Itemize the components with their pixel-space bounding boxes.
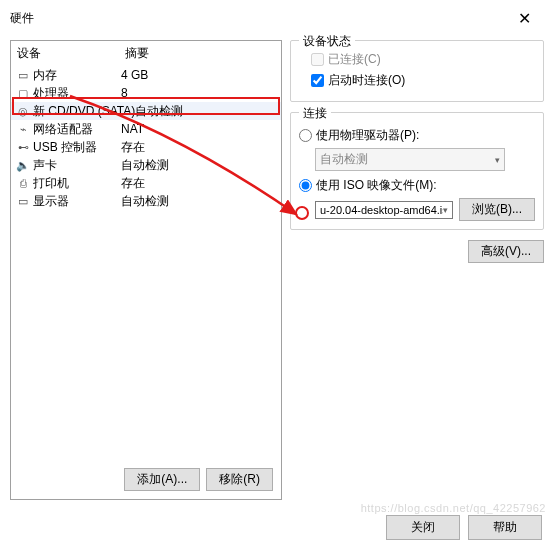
hw-row-sound[interactable]: 🔈 声卡 自动检测	[11, 156, 281, 174]
connection-group-title: 连接	[299, 105, 331, 122]
printer-icon: ⎙	[15, 177, 31, 189]
sound-icon: 🔈	[15, 159, 31, 172]
use-iso-radio[interactable]	[299, 179, 312, 192]
display-icon: ▭	[15, 195, 31, 208]
connected-label: 已连接(C)	[328, 51, 381, 68]
connect-on-power-checkbox[interactable]	[311, 74, 324, 87]
help-button[interactable]: 帮助	[468, 515, 542, 540]
use-physical-radio[interactable]	[299, 129, 312, 142]
cpu-icon: ▢	[15, 87, 31, 100]
chevron-down-icon[interactable]: ▾	[443, 205, 448, 215]
status-group-title: 设备状态	[299, 33, 355, 50]
use-iso-label: 使用 ISO 映像文件(M):	[316, 177, 437, 194]
browse-button[interactable]: 浏览(B)...	[459, 198, 535, 221]
connect-on-power-label: 启动时连接(O)	[328, 72, 405, 89]
chevron-down-icon: ▾	[495, 155, 500, 165]
add-hardware-button[interactable]: 添加(A)...	[124, 468, 200, 491]
window-close-button[interactable]: ✕	[504, 6, 544, 30]
hardware-list: 设备 摘要 ▭ 内存 4 GB ▢ 处理器 8 ◎ 新 CD/DVD (SATA…	[10, 40, 282, 500]
hw-row-cddvd[interactable]: ◎ 新 CD/DVD (SATA) 自动检测	[11, 102, 281, 120]
advanced-button[interactable]: 高级(V)...	[468, 240, 544, 263]
connection-group: 连接 使用物理驱动器(P): 自动检测 ▾ 使用 ISO 映像文件(M): u-…	[290, 112, 544, 230]
disc-icon: ◎	[15, 105, 31, 118]
col-summary: 摘要	[125, 45, 149, 62]
hardware-header: 设备 摘要	[11, 41, 281, 66]
watermark: https://blog.csdn.net/qq_42257962	[361, 502, 546, 514]
remove-hardware-button[interactable]: 移除(R)	[206, 468, 273, 491]
use-physical-label: 使用物理驱动器(P):	[316, 127, 419, 144]
hw-row-printer[interactable]: ⎙ 打印机 存在	[11, 174, 281, 192]
hw-row-processor[interactable]: ▢ 处理器 8	[11, 84, 281, 102]
hw-row-usb[interactable]: ⊷ USB 控制器 存在	[11, 138, 281, 156]
hw-row-network[interactable]: ⌁ 网络适配器 NAT	[11, 120, 281, 138]
usb-icon: ⊷	[15, 141, 31, 154]
hw-row-display[interactable]: ▭ 显示器 自动检测	[11, 192, 281, 210]
network-icon: ⌁	[15, 123, 31, 136]
col-device: 设备	[17, 45, 125, 62]
connected-checkbox	[311, 53, 324, 66]
memory-icon: ▭	[15, 69, 31, 82]
iso-file-combobox[interactable]: u-20.04-desktop-amd64.iso ▾	[315, 201, 453, 219]
hw-row-memory[interactable]: ▭ 内存 4 GB	[11, 66, 281, 84]
close-button[interactable]: 关闭	[386, 515, 460, 540]
window-title: 硬件	[10, 10, 34, 27]
physical-drive-select: 自动检测 ▾	[315, 148, 505, 171]
device-status-group: 设备状态 已连接(C) 启动时连接(O)	[290, 40, 544, 102]
